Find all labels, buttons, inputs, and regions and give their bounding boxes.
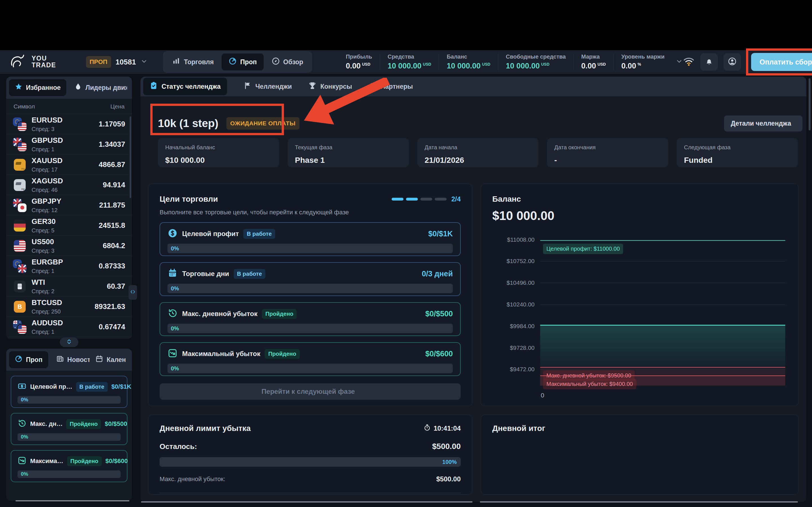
max_total_loss-line	[540, 376, 785, 376]
tab-top-movers[interactable]: Лидеры движения	[74, 83, 129, 93]
trading-goals-card: Цели торговли 2/4 Выполните все торговые…	[148, 184, 472, 406]
watchlist-row-btcusd[interactable]: B BTCUSDСпред: 250 89321.63	[6, 297, 132, 317]
account-stats: Прибыль 0.00USD Средства 10 000.00USD Ба…	[338, 54, 683, 70]
sidebar-resize-handle[interactable]	[129, 285, 137, 300]
panel-bottom-edge	[480, 501, 798, 503]
prop-widget-tabs: Проп Новости Кален	[6, 349, 132, 371]
tab-calendar[interactable]: Кален	[95, 355, 129, 364]
stopwatch-icon	[423, 424, 431, 433]
goal-profit-target[interactable]: Целевой профит В работе $0/$1K 0%	[160, 222, 461, 256]
watchlist-row-gbpusd[interactable]: GBPUSDСпред: 1 1.34037	[6, 134, 132, 155]
goal-trading-days[interactable]: Торговые дни В работе 0/3 дней 0%	[160, 262, 461, 296]
gridline	[540, 261, 785, 262]
status-badge: Пройдено	[265, 349, 299, 359]
stats-expand-icon[interactable]	[675, 58, 683, 66]
notifications-button[interactable]	[700, 53, 718, 71]
daily-limit-progress-bar: 100%	[160, 457, 461, 467]
clipboard-check-icon	[149, 81, 158, 92]
main-panel: Статус челленджа Челленджи Конкурсы Парт…	[140, 76, 806, 502]
watchlist-row-wti[interactable]: WTIСпред: 2 60.37	[6, 276, 132, 297]
tab-news[interactable]: Новости	[56, 355, 90, 364]
progress-bar: 0%	[17, 433, 121, 441]
pay-challenge-fee-button[interactable]: Оплатить сбор за челлендж	[751, 53, 812, 71]
watchlist-row-audusd[interactable]: AUDUSDСпред: 1 0.67474	[6, 317, 132, 337]
balance-value: $10 000.00	[492, 209, 787, 223]
logo-line2: TRADE	[32, 62, 56, 69]
account-switcher[interactable]: ПРОП 10581	[86, 56, 148, 68]
challenge-title-row: 10k (1 step) ОЖИДАНИЕ ОПЛАТЫ Детали челл…	[158, 112, 802, 135]
brand-logo[interactable]: YOU TRADE	[10, 54, 56, 69]
goal-max-daily-loss[interactable]: Макс. дневной убыток Пройдено $0/$500 0%	[160, 302, 461, 336]
app-screen: YOU TRADE ПРОП 10581 Торговля Проп Обзор	[0, 0, 812, 507]
profile-button[interactable]	[723, 53, 741, 71]
watchlist-row-xagusd[interactable]: Ag XAGUSDСпред: 46 94.914	[6, 175, 132, 195]
watchlist-row-us500[interactable]: US500Спред: 3 6804.2	[6, 236, 132, 256]
watchlist-row-eurusd[interactable]: EURUSDСпред: 3 1.17059	[6, 114, 132, 134]
mini-goal-max-daily-loss[interactable]: Макс. дн… Пройдено $0/$500 0%	[11, 413, 128, 445]
tab-challenges[interactable]: Челленджи	[243, 81, 292, 92]
gauge-icon	[229, 57, 237, 67]
gbpusd-flag-icon	[13, 138, 27, 151]
window-scrollbar[interactable]	[809, 78, 811, 130]
status-badge: Пройдено	[67, 456, 102, 466]
target-line	[540, 240, 785, 241]
chevron-right-icon[interactable]	[126, 85, 130, 90]
watchlist-row-ger30[interactable]: GER30Спред: 5 24515.8	[6, 216, 132, 236]
bell-icon	[705, 57, 714, 67]
gauge-icon	[15, 355, 22, 364]
user-icon	[728, 57, 737, 67]
info-card-start-date: Дата начала 21/01/2026	[417, 138, 539, 167]
progress-bar: 0%	[167, 363, 453, 373]
y-tick-label: $10752.00	[507, 258, 535, 265]
stat-equity: Средства 10 000.00USD	[380, 54, 439, 70]
goals-title: Цели торговли	[160, 194, 218, 204]
challenge-details-button[interactable]: Детали челленджа	[724, 115, 802, 131]
max_daily_loss-line	[540, 367, 785, 368]
nav-item-prop[interactable]: Проп	[221, 54, 264, 70]
challenge-tabs: Статус челленджа Челленджи Конкурсы Парт…	[140, 76, 806, 96]
progress-bar: 0%	[167, 284, 453, 293]
balance-chart-plot: Целевой профит: $11000.00Макс. дневной у…	[540, 233, 785, 386]
gridline	[540, 304, 785, 305]
logo-line1: YOU	[32, 55, 56, 62]
gridline	[540, 369, 785, 370]
header-actions: Оплатить сбор за челлендж	[683, 53, 812, 71]
compass-icon	[271, 57, 280, 67]
mini-goal-max-loss[interactable]: Максима… Пройдено $0/$600 0%	[11, 450, 128, 482]
tab-contests[interactable]: Конкурсы	[308, 81, 352, 92]
account-type-badge: ПРОП	[86, 56, 111, 68]
nav-item-overview[interactable]: Обзор	[265, 54, 310, 70]
progress-bar: 0%	[17, 470, 121, 478]
annotation-highlight-box-title	[150, 104, 284, 135]
tab-partners[interactable]: Партнеры	[368, 81, 413, 92]
y-tick-label: $10240.00	[507, 301, 535, 308]
y-tick-label: $9984.00	[510, 323, 535, 330]
tab-favorites[interactable]: Избранное	[9, 79, 66, 96]
tab-prop-widget[interactable]: Проп	[9, 351, 48, 368]
remaining-value: $500.00	[432, 442, 461, 451]
watchlist-row-xauusd[interactable]: Au XAUUSDСпред: 17 4866.87	[6, 155, 132, 175]
calendar-icon	[95, 355, 103, 364]
watchlist-scrollbar[interactable]	[130, 116, 131, 198]
y-tick-label: $10496.00	[507, 279, 535, 286]
next-phase-button[interactable]: Перейти к следующей фазе	[160, 383, 461, 400]
status-badge: В работе	[234, 269, 265, 279]
dollar-circle-icon	[167, 228, 177, 239]
watchlist-row-eurgbp[interactable]: EURGBPСпред: 1 0.87333	[6, 256, 132, 276]
main-nav: Торговля Проп Обзор	[163, 51, 312, 73]
gridline	[540, 348, 785, 348]
panel-expand-button[interactable]	[60, 337, 79, 347]
daily-limit-timer: 10:41:04	[423, 424, 461, 433]
daily-summary-card: Дневной итог	[481, 414, 799, 495]
stat-free-margin: Свободные средства 10 000.00USD	[498, 54, 573, 70]
mini-goal-profit-target[interactable]: Целевой пр… В работе $0/$1K 0%	[11, 376, 128, 408]
star-icon	[15, 83, 22, 93]
goal-max-loss[interactable]: Максимальный убыток Пройдено $0/$600 0%	[160, 342, 461, 376]
chevron-right-icon[interactable]	[126, 357, 130, 362]
watchlist-row-gbpjpy[interactable]: GBPJPYСпред: 12 211.875	[6, 195, 132, 216]
x-tick-label: 0	[541, 392, 544, 399]
nav-item-trading[interactable]: Торговля	[165, 54, 220, 70]
tab-challenge-status[interactable]: Статус челленджа	[143, 78, 227, 95]
balance-area	[540, 325, 785, 367]
gridline	[540, 240, 785, 240]
